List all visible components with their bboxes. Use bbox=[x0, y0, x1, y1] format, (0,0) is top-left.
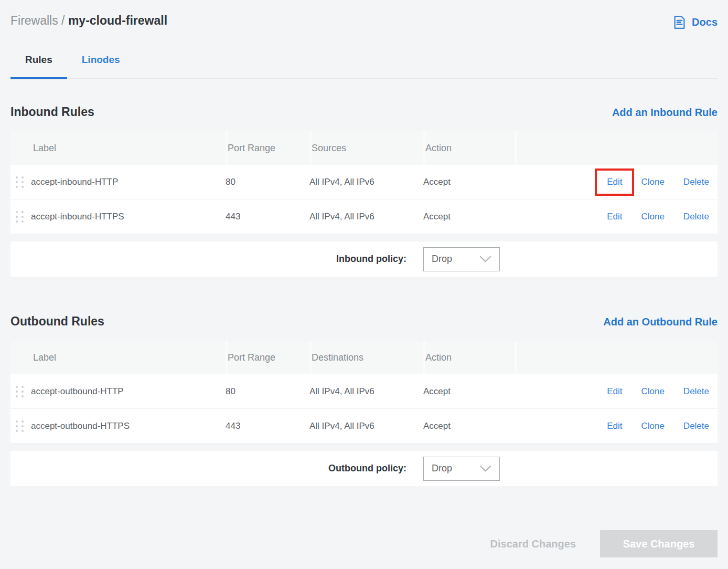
rule-destinations: All IPv4, All IPv6 bbox=[309, 386, 423, 397]
rule-action: Accept bbox=[423, 177, 515, 187]
table-row: accept-inbound-HTTPS 443 All IPv4, All I… bbox=[10, 199, 718, 234]
add-outbound-rule-link[interactable]: Add an Outbound Rule bbox=[603, 316, 718, 328]
drag-handle-icon[interactable] bbox=[16, 211, 24, 223]
column-header-label: Label bbox=[10, 341, 226, 374]
drag-handle-icon[interactable] bbox=[16, 386, 24, 397]
breadcrumb: Firewalls / my-cloud-firewall bbox=[10, 14, 167, 28]
chevron-down-icon bbox=[479, 465, 491, 472]
delete-link[interactable]: Delete bbox=[683, 177, 709, 187]
tab-rules[interactable]: Rules bbox=[10, 54, 67, 78]
rule-port-range: 443 bbox=[226, 421, 309, 431]
outbound-policy-select[interactable]: Drop bbox=[423, 457, 500, 481]
clone-link[interactable]: Clone bbox=[641, 421, 664, 431]
tab-bar: Rules Linodes bbox=[10, 54, 718, 79]
outbound-table-header: Label Port Range Destinations Action bbox=[10, 341, 718, 374]
column-header-label: Label bbox=[10, 131, 226, 165]
inbound-policy-value: Drop bbox=[432, 254, 452, 265]
form-actions-footer: Discard Changes Save Changes bbox=[10, 530, 718, 557]
outbound-section-head: Outbound Rules Add an Outbound Rule bbox=[10, 314, 718, 329]
inbound-table-header: Label Port Range Sources Action bbox=[10, 131, 718, 165]
rule-port-range: 80 bbox=[226, 177, 309, 187]
tab-linodes[interactable]: Linodes bbox=[67, 54, 135, 78]
clone-link[interactable]: Clone bbox=[641, 177, 664, 187]
column-header-sources: Sources bbox=[309, 131, 423, 165]
outbound-rules-table: Label Port Range Destinations Action acc… bbox=[10, 341, 718, 444]
delete-link[interactable]: Delete bbox=[683, 386, 709, 397]
rule-label: accept-outbound-HTTPS bbox=[31, 421, 130, 431]
edit-link[interactable]: Edit bbox=[607, 386, 622, 397]
page-header: Firewalls / my-cloud-firewall Docs bbox=[10, 14, 718, 30]
add-inbound-rule-link[interactable]: Add an Inbound Rule bbox=[612, 107, 718, 119]
rule-port-range: 80 bbox=[226, 386, 309, 397]
outbound-policy-label: Outbound policy: bbox=[10, 463, 406, 474]
breadcrumb-firewalls-link[interactable]: Firewalls / bbox=[10, 14, 65, 27]
discard-changes-button[interactable]: Discard Changes bbox=[490, 538, 576, 550]
docs-document-icon bbox=[672, 15, 687, 30]
delete-link[interactable]: Delete bbox=[683, 212, 709, 222]
clone-link[interactable]: Clone bbox=[641, 212, 664, 222]
rule-destinations: All IPv4, All IPv6 bbox=[309, 421, 423, 431]
table-row: accept-inbound-HTTP 80 All IPv4, All IPv… bbox=[10, 165, 718, 199]
inbound-policy-row: Inbound policy: Drop bbox=[10, 241, 718, 277]
rule-label: accept-inbound-HTTPS bbox=[31, 212, 124, 222]
table-row: accept-outbound-HTTPS 443 All IPv4, All … bbox=[10, 409, 718, 444]
column-header-action: Action bbox=[423, 341, 515, 374]
rule-label: accept-outbound-HTTP bbox=[31, 386, 124, 397]
docs-label: Docs bbox=[692, 16, 718, 28]
drag-handle-icon[interactable] bbox=[16, 176, 24, 188]
save-changes-button[interactable]: Save Changes bbox=[600, 530, 718, 557]
delete-link[interactable]: Delete bbox=[683, 421, 709, 431]
rule-sources: All IPv4, All IPv6 bbox=[309, 212, 423, 222]
column-header-destinations: Destinations bbox=[309, 341, 423, 374]
inbound-policy-select[interactable]: Drop bbox=[423, 247, 500, 271]
rule-sources: All IPv4, All IPv6 bbox=[309, 177, 423, 187]
edit-link[interactable]: Edit bbox=[607, 212, 622, 222]
drag-handle-icon[interactable] bbox=[16, 420, 24, 432]
inbound-rules-title: Inbound Rules bbox=[10, 105, 94, 119]
table-row: accept-outbound-HTTP 80 All IPv4, All IP… bbox=[10, 374, 718, 409]
rule-action: Accept bbox=[423, 421, 515, 431]
outbound-policy-value: Drop bbox=[432, 463, 452, 474]
inbound-rules-table: Label Port Range Sources Action accept-i… bbox=[10, 131, 718, 234]
annotation-highlight-box: Edit bbox=[595, 168, 634, 196]
outbound-rules-title: Outbound Rules bbox=[10, 314, 104, 329]
breadcrumb-current-firewall: my-cloud-firewall bbox=[68, 14, 167, 27]
firewall-detail-page: Firewalls / my-cloud-firewall Docs Rules… bbox=[0, 0, 728, 557]
inbound-policy-label: Inbound policy: bbox=[10, 254, 406, 265]
docs-link[interactable]: Docs bbox=[672, 15, 718, 30]
chevron-down-icon bbox=[479, 256, 491, 262]
rule-action: Accept bbox=[423, 386, 515, 397]
rule-label: accept-inbound-HTTP bbox=[31, 177, 118, 187]
outbound-policy-row: Outbound policy: Drop bbox=[10, 451, 718, 486]
column-header-action: Action bbox=[423, 131, 515, 165]
edit-link[interactable]: Edit bbox=[607, 177, 622, 187]
rule-action: Accept bbox=[423, 212, 515, 222]
edit-link[interactable]: Edit bbox=[607, 421, 622, 431]
column-header-port-range: Port Range bbox=[226, 131, 309, 165]
rule-port-range: 443 bbox=[226, 212, 309, 222]
clone-link[interactable]: Clone bbox=[641, 386, 664, 397]
inbound-section-head: Inbound Rules Add an Inbound Rule bbox=[10, 105, 718, 119]
column-header-port-range: Port Range bbox=[226, 341, 309, 374]
